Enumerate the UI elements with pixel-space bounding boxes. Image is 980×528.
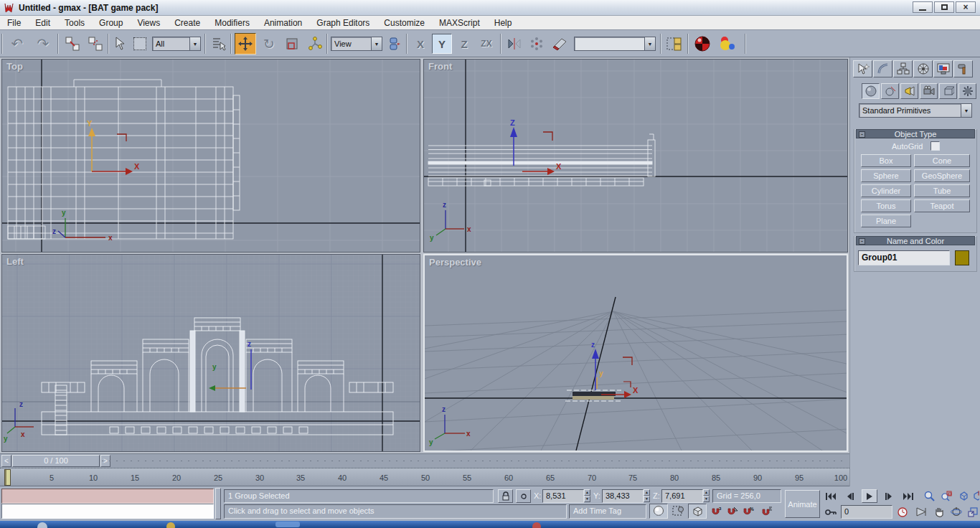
pan-button[interactable] <box>931 505 947 519</box>
z-spinner[interactable]: ▲▼ <box>703 489 710 502</box>
percent-snap-button[interactable]: % <box>740 504 755 519</box>
align-button[interactable] <box>549 32 570 55</box>
menu-graph-editors[interactable]: Graph Editors <box>309 18 377 28</box>
track-bar[interactable]: 5 10 15 20 25 30 35 40 45 50 55 60 65 70… <box>0 468 849 486</box>
animate-button[interactable]: Animate <box>785 490 820 518</box>
next-frame-button[interactable] <box>881 489 897 503</box>
menu-file[interactable]: File <box>0 18 28 28</box>
absolute-offset-toggle[interactable] <box>516 489 531 503</box>
tab-create[interactable] <box>853 60 872 77</box>
restrict-x-button[interactable]: X <box>411 34 430 53</box>
min-max-toggle-button[interactable] <box>966 505 980 519</box>
category-helpers-button[interactable] <box>939 83 957 99</box>
y-coord-field[interactable]: 38,433 <box>602 489 644 503</box>
select-and-rotate-button[interactable]: ↻ <box>259 32 279 55</box>
menu-group[interactable]: Group <box>92 18 130 28</box>
object-type-button-teapot[interactable]: Teapot <box>914 199 970 212</box>
restrict-z-button[interactable]: Z <box>455 34 473 53</box>
play-button[interactable] <box>862 489 877 503</box>
restrict-plane-button[interactable]: ZX <box>476 34 497 53</box>
select-object-button[interactable] <box>111 32 128 55</box>
category-cameras-button[interactable] <box>920 83 938 99</box>
autogrid-checkbox[interactable] <box>930 141 940 151</box>
maxscript-listener-macro-pane[interactable] <box>1 489 214 504</box>
z-coord-field[interactable]: 7,691 <box>661 489 703 503</box>
menu-help[interactable]: Help <box>487 18 519 28</box>
maximize-button[interactable] <box>934 1 954 13</box>
spinner-snap-button[interactable] <box>759 504 774 519</box>
category-lights-button[interactable] <box>900 83 918 99</box>
object-type-button-tube[interactable]: Tube <box>914 184 970 197</box>
menu-views[interactable]: Views <box>130 18 167 28</box>
time-slider-track[interactable] <box>102 461 848 461</box>
select-and-move-button[interactable] <box>235 33 256 55</box>
undo-button[interactable]: ↶ <box>6 32 29 55</box>
time-slider-prev-button[interactable]: < <box>1 455 11 467</box>
degradation-override-button[interactable] <box>649 504 668 519</box>
listener-splitter[interactable] <box>215 488 221 519</box>
name-color-rollout-header[interactable]: - Name and Color <box>856 236 975 245</box>
tab-utilities[interactable] <box>953 60 973 77</box>
menu-customize[interactable]: Customize <box>377 18 432 28</box>
x-spinner[interactable]: ▲▼ <box>584 489 590 502</box>
tab-display[interactable] <box>933 60 953 77</box>
object-type-rollout-header[interactable]: - Object Type <box>856 129 975 138</box>
coord-system-dropdown[interactable]: View ▼ <box>331 37 382 51</box>
zoom-all-button[interactable] <box>938 489 954 503</box>
angle-snap-button[interactable] <box>725 504 740 519</box>
redo-button[interactable]: ↷ <box>32 32 55 55</box>
menu-tools[interactable]: Tools <box>57 18 92 28</box>
minimize-button[interactable] <box>913 1 933 13</box>
current-frame-field[interactable]: 0 <box>841 505 892 519</box>
menu-animation[interactable]: Animation <box>257 18 309 28</box>
go-to-start-button[interactable] <box>823 489 839 503</box>
object-type-button-cylinder[interactable]: Cylinder <box>861 184 911 197</box>
array-button[interactable] <box>527 32 546 55</box>
manipulate-button[interactable] <box>305 32 325 55</box>
tab-motion[interactable] <box>913 60 933 77</box>
viewport-front[interactable]: Front Z <box>423 59 848 253</box>
viewport-perspective[interactable]: Perspective z y X <box>423 254 848 452</box>
object-name-field[interactable]: Group01 <box>858 250 950 265</box>
menu-modifiers[interactable]: Modifiers <box>207 18 257 28</box>
viewport-top[interactable]: Top Y X <box>1 59 420 253</box>
render-button[interactable] <box>716 32 738 55</box>
selection-lock-button[interactable] <box>498 489 513 503</box>
primitives-category-dropdown[interactable]: Standard Primitives ▼ <box>859 103 972 118</box>
object-color-swatch[interactable] <box>955 250 969 265</box>
set-key-button[interactable] <box>824 506 838 519</box>
select-and-scale-button[interactable] <box>282 32 302 55</box>
time-slider-thumb[interactable]: 0 / 100 <box>12 455 100 467</box>
object-type-button-geosphere[interactable]: GeoSphere <box>914 169 970 182</box>
menu-create[interactable]: Create <box>167 18 207 28</box>
zoom-button[interactable] <box>921 489 937 503</box>
object-type-button-cone[interactable]: Cone <box>914 154 970 167</box>
windows-taskbar[interactable] <box>0 521 980 528</box>
add-time-tag-field[interactable]: Add Time Tag <box>569 504 646 519</box>
tab-modify[interactable] <box>873 60 892 77</box>
object-type-button-box[interactable]: Box <box>861 154 911 167</box>
mirror-button[interactable] <box>504 32 524 55</box>
field-of-view-button[interactable] <box>914 505 930 519</box>
x-coord-field[interactable]: 8,531 <box>542 489 584 503</box>
category-spacewarps-button[interactable] <box>958 83 976 99</box>
current-frame-marker[interactable] <box>4 469 11 486</box>
zoom-extents-all-button[interactable] <box>971 489 980 503</box>
time-configuration-button[interactable] <box>895 505 910 519</box>
restrict-y-button[interactable]: Y <box>432 34 452 54</box>
selection-filter-dropdown[interactable]: All ▼ <box>152 37 201 51</box>
arc-rotate-button[interactable] <box>948 505 964 519</box>
unlink-button[interactable] <box>85 32 106 55</box>
y-spinner[interactable]: ▲▼ <box>644 489 650 502</box>
snap-region-button[interactable] <box>669 504 687 519</box>
category-shapes-button[interactable] <box>881 83 899 99</box>
menu-edit[interactable]: Edit <box>28 18 57 28</box>
go-to-end-button[interactable] <box>900 489 916 503</box>
tab-hierarchy[interactable] <box>893 60 913 77</box>
object-type-button-torus[interactable]: Torus <box>861 199 911 212</box>
viewport-front-canvas[interactable]: Z X z y x <box>424 60 848 253</box>
viewport-left-canvas[interactable]: z y z y x <box>2 255 420 452</box>
zoom-extents-button[interactable] <box>956 489 971 503</box>
maxscript-listener-output-pane[interactable] <box>1 504 214 519</box>
select-region-button[interactable] <box>130 32 150 55</box>
